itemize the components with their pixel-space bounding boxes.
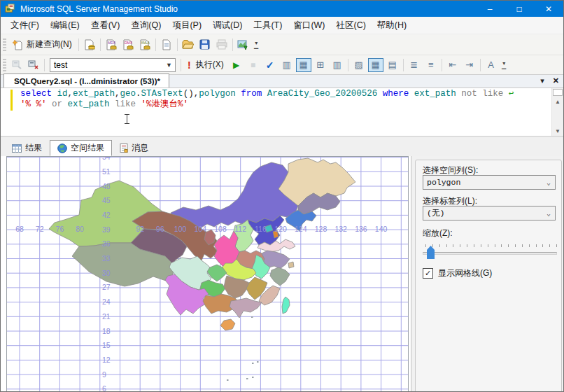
svg-text:MDX: MDX [108, 41, 116, 45]
open-folder-icon [182, 39, 194, 50]
results-to-grid-icon[interactable]: ▦ [296, 58, 311, 72]
svg-text:72: 72 [36, 225, 44, 233]
spatial-grid-icon[interactable]: ▦ [368, 58, 383, 72]
database-selector[interactable]: test ▼ [50, 58, 176, 72]
tab-messages[interactable]: 消息 [112, 140, 156, 156]
sql-editor[interactable]: select id,ext_path,geo.STAsText(),polygo… [1, 88, 563, 136]
close-document-icon[interactable]: ✕ [553, 76, 559, 85]
checkmark-icon: ✓ [266, 59, 274, 71]
sql-code[interactable]: select id,ext_path,geo.STAsText(),polygo… [20, 89, 514, 110]
comment-selection-icon[interactable]: ≣ [407, 58, 422, 72]
tab-messages-label: 消息 [132, 142, 148, 154]
tab-spatial-results[interactable]: 空间结果 [50, 140, 112, 156]
menu-item[interactable]: 查看(V) [85, 18, 126, 34]
open-results-icon[interactable]: ▨ [351, 58, 367, 72]
svg-text:54: 54 [102, 157, 111, 161]
toolbar2-overflow-button[interactable]: ▾▁ [500, 58, 509, 72]
menu-item[interactable]: 窗口(W) [288, 18, 330, 34]
svg-text:80: 80 [76, 225, 84, 233]
chevron-down-icon: ⌄ [547, 178, 555, 187]
svg-text:51: 51 [102, 167, 111, 176]
show-gridlines-label: 显示网格线(G) [438, 267, 492, 279]
maximize-button[interactable]: □ [505, 1, 534, 17]
print-icon [216, 39, 227, 50]
copy-database-icon[interactable]: ▥ [330, 58, 345, 72]
toolbar-grip[interactable] [3, 59, 6, 71]
toolbar-grip[interactable] [3, 38, 6, 51]
svg-text:33: 33 [102, 254, 111, 262]
dmx-query-button[interactable]: DMX [120, 37, 136, 52]
close-button[interactable]: ✕ [534, 1, 563, 17]
svg-text:100: 100 [174, 225, 187, 233]
menu-item[interactable]: 工具(T) [248, 18, 288, 34]
stop-button[interactable]: ■ [245, 57, 262, 73]
toolbar1-overflow-button[interactable]: ▾▁ [252, 38, 261, 52]
results-to-file-icon[interactable]: ▤ [385, 58, 400, 72]
tab-list-chevron-icon[interactable]: ▾ [540, 76, 544, 85]
sqlcmd-mode-icon[interactable]: ▥ [279, 58, 295, 72]
province-hainan [220, 319, 235, 330]
options-groupbox: 选择空间列(S): polygon ⌄ 选择标签列(L): (无) ⌄ 缩放(Z… [415, 160, 562, 392]
svg-text:108: 108 [214, 225, 227, 233]
china-map: 6872768092961001041081121161201241281321… [7, 157, 408, 392]
app-icon [5, 4, 15, 14]
decrease-indent-icon[interactable]: ⇤ [445, 58, 460, 72]
svg-text:27: 27 [102, 283, 111, 291]
document-tab[interactable]: SQLQuery2.sql - (l...dministrator (53))* [3, 74, 169, 88]
menu-item[interactable]: 帮助(H) [372, 18, 412, 34]
label-column-select[interactable]: (无) ⌄ [423, 206, 556, 220]
menu-item[interactable]: 社区(C) [331, 18, 372, 34]
parse-button[interactable]: ✓ [262, 57, 279, 73]
spatial-column-select[interactable]: polygon ⌄ [423, 175, 556, 190]
svg-text:92: 92 [136, 225, 144, 233]
menu-item[interactable]: 查询(Q) [125, 18, 167, 34]
menu-bar: 文件(F)编辑(E)查看(V)查询(Q)项目(P)调试(D)工具(T)窗口(W)… [1, 17, 563, 34]
mdx-query-button[interactable]: MDX [103, 37, 120, 52]
scroll-up-icon[interactable]: ▲ [552, 97, 563, 106]
new-query-label: 新建查询(N) [27, 38, 72, 50]
minimize-button[interactable]: – [475, 1, 505, 17]
document-tab-strip: SQLQuery2.sql - (l...dministrator (53))*… [1, 75, 563, 88]
chevron-down-icon: ⌄ [547, 209, 555, 218]
svg-text:124: 124 [295, 225, 307, 233]
window-title: Microsoft SQL Server Management Studio [20, 4, 475, 14]
menu-item[interactable]: 文件(F) [5, 18, 45, 34]
svg-text:120: 120 [274, 225, 287, 233]
editor-vertical-scrollbar[interactable]: ▲ ▼ [551, 88, 563, 136]
menu-item[interactable]: 项目(P) [167, 18, 207, 34]
change-tracking-bar [10, 90, 13, 111]
menu-item[interactable]: 调试(D) [207, 18, 248, 34]
print-button[interactable] [213, 37, 230, 52]
chevron-down-icon: ▼ [166, 62, 175, 69]
ibeam-cursor [124, 114, 130, 124]
show-gridlines-checkbox[interactable]: ✓ 显示网格线(G) [423, 267, 492, 279]
new-query-button[interactable]: 新建查询(N) [8, 37, 76, 52]
change-connection-icon [28, 59, 39, 70]
connect-db-icon [11, 59, 22, 70]
scroll-down-icon[interactable]: ▼ [552, 126, 563, 136]
tab-results[interactable]: 结果 [4, 140, 50, 156]
execute-label: 执行(X) [196, 59, 224, 71]
debug-button[interactable]: ▶ [228, 57, 245, 73]
stop-icon: ■ [251, 60, 255, 70]
specify-values-icon[interactable]: A [484, 58, 499, 72]
zoom-slider-track[interactable] [423, 252, 557, 255]
xmla-query-button[interactable]: XMLA [136, 37, 153, 52]
database-query-button[interactable] [81, 37, 98, 52]
change-connection-button[interactable] [25, 57, 42, 73]
new-object-icon[interactable]: ⊞ [313, 58, 328, 72]
menu-item[interactable]: 编辑(E) [45, 18, 85, 34]
label-column-value: (无) [427, 208, 444, 218]
map-export-button[interactable] [235, 37, 252, 52]
scrollbar-split-grip[interactable] [553, 89, 563, 96]
connect-button[interactable] [8, 57, 25, 73]
svg-text:140: 140 [375, 225, 388, 233]
increase-indent-icon[interactable]: ⇥ [462, 58, 477, 72]
uncomment-selection-icon[interactable]: ≡ [423, 58, 439, 72]
province-shanghai [288, 262, 294, 268]
execute-button[interactable]: ! 执行(X) [183, 57, 228, 72]
ssms-window: Microsoft SQL Server Management Studio –… [0, 0, 564, 392]
open-analysis-file-button[interactable] [158, 37, 175, 52]
open-file-button[interactable] [180, 37, 197, 52]
save-button[interactable] [197, 37, 213, 52]
